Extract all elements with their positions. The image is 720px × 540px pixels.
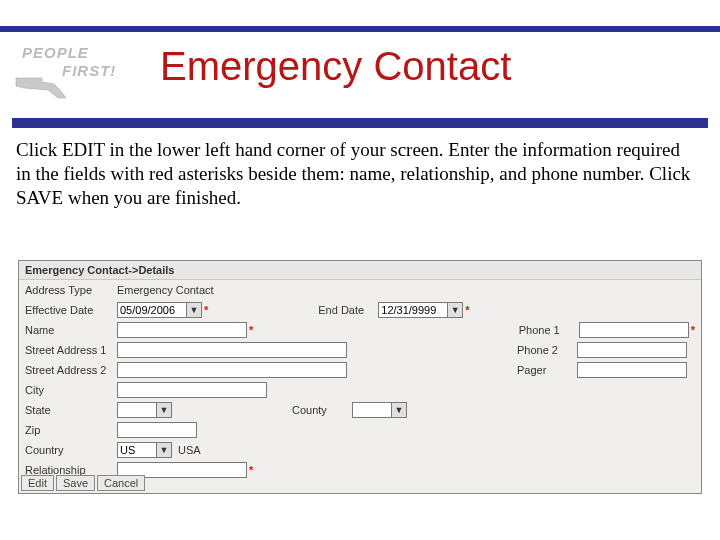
street1-input[interactable] <box>117 342 347 358</box>
phone1-input[interactable] <box>579 322 689 338</box>
instruction-text: Click EDIT in the lower left hand corner… <box>16 138 696 209</box>
panel-breadcrumb: Emergency Contact->Details <box>19 261 701 280</box>
label-effective-date: Effective Date <box>25 304 117 316</box>
county-dropdown[interactable]: ▼ <box>391 402 407 418</box>
label-address-type: Address Type <box>25 284 117 296</box>
logo-line1: PEOPLE <box>22 44 89 61</box>
cancel-button[interactable]: Cancel <box>97 475 145 491</box>
florida-shape-icon <box>14 76 74 100</box>
name-input[interactable] <box>117 322 247 338</box>
logo: PEOPLE FIRST! <box>14 40 134 94</box>
label-end-date: End Date <box>318 304 378 316</box>
page-title: Emergency Contact <box>160 44 511 89</box>
end-date-input[interactable] <box>378 302 448 318</box>
label-city: City <box>25 384 117 396</box>
label-street2: Street Address 2 <box>25 364 117 376</box>
value-address-type: Emergency Contact <box>117 284 217 296</box>
asterisk-icon: * <box>465 304 469 316</box>
label-name: Name <box>25 324 117 336</box>
country-name: USA <box>178 444 201 456</box>
pager-input[interactable] <box>577 362 687 378</box>
effective-date-input[interactable] <box>117 302 187 318</box>
edit-button[interactable]: Edit <box>21 475 54 491</box>
label-county: County <box>292 404 352 416</box>
button-bar: Edit Save Cancel <box>21 475 145 491</box>
emergency-contact-panel: Emergency Contact->Details Address Type … <box>18 260 702 494</box>
country-dropdown[interactable]: ▼ <box>156 442 172 458</box>
label-phone2: Phone 2 <box>517 344 577 356</box>
asterisk-icon: * <box>691 324 695 336</box>
label-street1: Street Address 1 <box>25 344 117 356</box>
state-dropdown[interactable]: ▼ <box>156 402 172 418</box>
asterisk-icon: * <box>204 304 208 316</box>
asterisk-icon: * <box>249 324 253 336</box>
zip-input[interactable] <box>117 422 197 438</box>
label-pager: Pager <box>517 364 577 376</box>
asterisk-icon: * <box>249 464 253 476</box>
label-state: State <box>25 404 117 416</box>
phone2-input[interactable] <box>577 342 687 358</box>
label-zip: Zip <box>25 424 117 436</box>
divider-rule <box>12 118 708 128</box>
label-phone1: Phone 1 <box>519 324 579 336</box>
save-button[interactable]: Save <box>56 475 95 491</box>
country-code-input[interactable] <box>117 442 157 458</box>
county-input[interactable] <box>352 402 392 418</box>
end-date-dropdown[interactable]: ▼ <box>447 302 463 318</box>
effective-date-dropdown[interactable]: ▼ <box>186 302 202 318</box>
top-rule <box>0 26 720 32</box>
label-country: Country <box>25 444 117 456</box>
city-input[interactable] <box>117 382 267 398</box>
street2-input[interactable] <box>117 362 347 378</box>
state-input[interactable] <box>117 402 157 418</box>
